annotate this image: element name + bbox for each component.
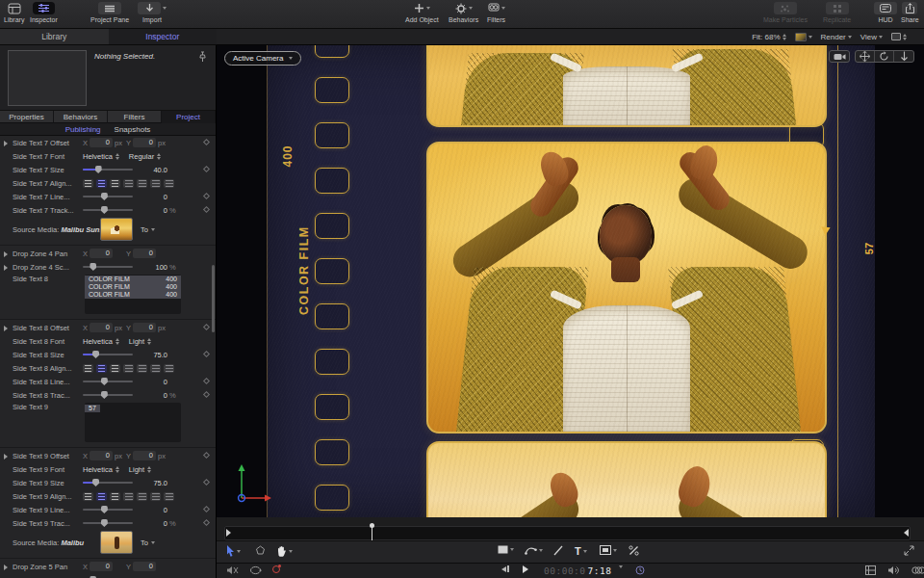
- play-button[interactable]: [523, 565, 528, 573]
- keyframe-diamond-icon[interactable]: [203, 378, 210, 384]
- zoom-fit-control[interactable]: Fit: 68%: [752, 33, 785, 41]
- select-transform-tool[interactable]: [226, 545, 241, 557]
- adjust-item-tool[interactable]: [629, 545, 639, 556]
- pin-icon[interactable]: [199, 51, 206, 63]
- inspector-tab-properties[interactable]: Properties: [0, 111, 54, 123]
- justify-last-right-button[interactable]: [150, 179, 161, 188]
- record-button[interactable]: [272, 565, 280, 573]
- font-family-select[interactable]: Helvetica: [83, 465, 119, 474]
- slider-thumb[interactable]: [101, 378, 108, 385]
- behaviors-toolbar-button[interactable]: Behaviors: [449, 1, 478, 23]
- timecode-display[interactable]: 00:00:07:18: [544, 565, 611, 576]
- align-left-button[interactable]: [83, 492, 93, 501]
- font-family-select[interactable]: Helvetica: [83, 152, 119, 161]
- keyframe-diamond-icon[interactable]: [203, 324, 210, 330]
- bezier-tool[interactable]: [525, 545, 543, 556]
- font-family-select[interactable]: Helvetica: [83, 337, 119, 346]
- slider-thumb[interactable]: [101, 519, 108, 527]
- inspector-tab-filters[interactable]: Filters: [108, 111, 162, 123]
- pan-tool-icon[interactable]: [856, 51, 875, 62]
- align-right-button[interactable]: [110, 492, 120, 501]
- adjust-anchor-tool[interactable]: [255, 545, 266, 556]
- line-tool[interactable]: [553, 545, 563, 556]
- previous-frame-button[interactable]: [501, 565, 509, 572]
- channels-swatch-control[interactable]: [795, 33, 812, 41]
- disclosure-triangle-icon[interactable]: [4, 326, 8, 331]
- x-value-field[interactable]: 0: [90, 562, 113, 571]
- x-value-field[interactable]: 0: [90, 138, 113, 147]
- rectangle-tool[interactable]: [498, 545, 514, 554]
- justify-last-left-button[interactable]: [123, 364, 134, 373]
- align-right-button[interactable]: [110, 364, 120, 373]
- justify-last-left-button[interactable]: [123, 179, 134, 188]
- slider-thumb[interactable]: [101, 391, 108, 399]
- playhead[interactable]: [372, 524, 372, 541]
- disclosure-triangle-icon[interactable]: [4, 141, 8, 146]
- text-content-field[interactable]: COLOR FILM400COLOR FILM400COLOR FILM400: [85, 275, 181, 314]
- slider-thumb[interactable]: [92, 479, 99, 486]
- to-menu[interactable]: To: [141, 539, 155, 547]
- camera-select-menu[interactable]: Active Camera: [224, 51, 301, 66]
- tab-library[interactable]: Library: [0, 29, 109, 44]
- keyframe-diamond-icon[interactable]: [203, 351, 210, 357]
- keyframe-diamond-icon[interactable]: [203, 506, 210, 512]
- render-menu[interactable]: Render: [821, 33, 852, 41]
- slider-thumb[interactable]: [95, 166, 102, 173]
- keyframe-diamond-icon[interactable]: [203, 391, 210, 398]
- text-tool[interactable]: T: [575, 545, 587, 557]
- inspector-tab-behaviors[interactable]: Behaviors: [54, 111, 108, 123]
- y-value-field[interactable]: 0: [133, 323, 156, 332]
- disclosure-triangle-icon[interactable]: [4, 265, 8, 271]
- justify-all-button[interactable]: [164, 364, 174, 373]
- slider-thumb[interactable]: [90, 263, 96, 271]
- camera-button[interactable]: [829, 50, 850, 63]
- align-right-button[interactable]: [110, 179, 120, 188]
- y-value-field[interactable]: 0: [133, 249, 156, 258]
- justify-last-center-button[interactable]: [137, 364, 147, 373]
- pan-hand-tool[interactable]: [276, 545, 293, 557]
- parameter-slider[interactable]: [83, 196, 133, 197]
- font-weight-select[interactable]: Regular: [129, 152, 161, 161]
- media-thumbnail[interactable]: [100, 531, 133, 554]
- keyframe-diamond-icon[interactable]: [203, 166, 210, 172]
- x-value-field[interactable]: 0: [90, 323, 113, 332]
- parameter-slider[interactable]: [83, 394, 133, 396]
- keyframe-diamond-icon[interactable]: [203, 519, 210, 526]
- x-value-field[interactable]: 0: [90, 451, 113, 460]
- text-content-field[interactable]: 57: [85, 403, 181, 442]
- disclosure-triangle-icon[interactable]: [4, 565, 8, 570]
- align-left-button[interactable]: [83, 179, 93, 188]
- font-weight-select[interactable]: Light: [129, 337, 151, 346]
- add-object-button[interactable]: Add Object: [405, 1, 439, 23]
- parameter-slider[interactable]: [83, 266, 133, 268]
- parameter-slider[interactable]: [83, 522, 133, 524]
- justify-all-button[interactable]: [164, 492, 174, 501]
- loop-playback-button[interactable]: [249, 565, 262, 575]
- slider-thumb[interactable]: [101, 206, 108, 214]
- parameter-slider[interactable]: [83, 381, 133, 382]
- tab-inspector[interactable]: Inspector: [109, 29, 218, 44]
- keyframe-diamond-icon[interactable]: [203, 139, 210, 145]
- slider-thumb[interactable]: [101, 193, 108, 200]
- justify-last-center-button[interactable]: [137, 492, 147, 501]
- keyframe-diamond-icon[interactable]: [203, 206, 210, 213]
- justify-last-right-button[interactable]: [150, 492, 161, 501]
- disclosure-triangle-icon[interactable]: [4, 454, 8, 460]
- x-value-field[interactable]: 0: [90, 249, 113, 258]
- hud-button[interactable]: HUD: [874, 1, 897, 23]
- align-center-button[interactable]: [96, 179, 107, 188]
- timeline-start-marker[interactable]: [226, 529, 231, 537]
- library-toolbar-button[interactable]: Library: [4, 1, 24, 23]
- expand-timing-pane-icon[interactable]: [904, 545, 914, 556]
- justify-last-left-button[interactable]: [123, 492, 134, 501]
- keyframe-diamond-icon[interactable]: [203, 193, 210, 199]
- parameter-slider[interactable]: [83, 482, 133, 484]
- to-menu[interactable]: To: [141, 225, 155, 234]
- dolly-tool-icon[interactable]: [894, 51, 913, 62]
- font-weight-select[interactable]: Light: [129, 465, 151, 474]
- canvas-viewport[interactable]: 400 COLOR FILM: [217, 45, 924, 517]
- duration-clock-icon[interactable]: [635, 565, 645, 575]
- align-left-button[interactable]: [83, 364, 93, 373]
- inspector-toolbar-button[interactable]: Inspector: [30, 1, 58, 23]
- media-thumbnail[interactable]: [100, 218, 133, 241]
